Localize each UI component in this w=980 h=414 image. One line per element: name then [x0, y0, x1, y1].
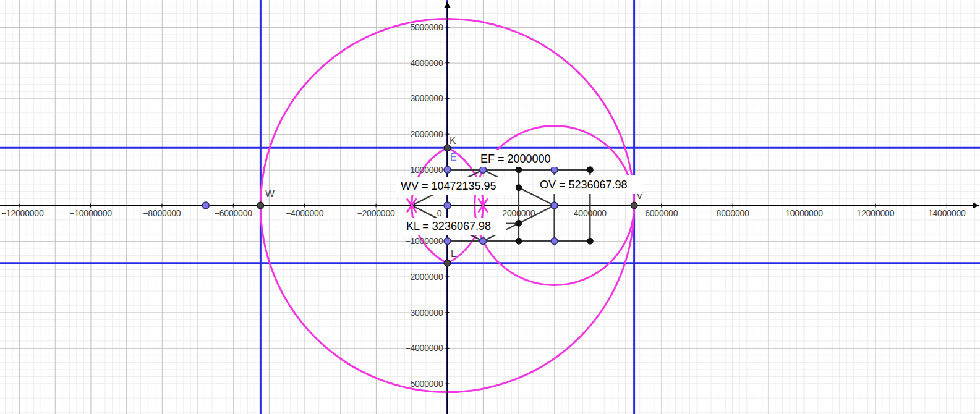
point-1-neg1[interactable] [480, 238, 487, 245]
y-axis-tick-label: −1000000 [405, 236, 443, 246]
point-1-1[interactable] [480, 166, 487, 173]
label-EF-value[interactable]: EF = 2000000 [476, 150, 563, 167]
x-axis-tick-label: 0 [437, 208, 442, 218]
y-axis-tick-label: −4000000 [405, 343, 443, 353]
x-axis-tick-label: −6000000 [215, 208, 252, 218]
x-axis-tick-label: 6000000 [645, 208, 678, 218]
y-axis-tick-label: −3000000 [405, 308, 443, 318]
x-axis-tick-label: −8000000 [143, 208, 181, 218]
point-origin-O[interactable] [444, 202, 451, 209]
x-axis-arrow-icon [973, 203, 979, 209]
point-F[interactable] [516, 167, 522, 173]
point-mid-lower[interactable] [516, 220, 522, 226]
graphics-view: K E L W V EF = 2000000 WV = 10472135.95 … [0, 0, 980, 414]
point-3-0[interactable] [551, 202, 558, 209]
x-axis-tick-label: −2000000 [357, 208, 395, 218]
label-WV-value[interactable]: WV = 10472135.95 [396, 177, 516, 195]
label-E[interactable]: E [450, 152, 457, 163]
y-axis-tick-label: 3000000 [410, 93, 443, 103]
point-L[interactable] [444, 260, 450, 266]
point-3-neg1[interactable] [551, 238, 558, 245]
x-axis-tick-label: 2000000 [502, 208, 535, 218]
construction-canvas [0, 0, 980, 414]
y-axis-tick-label: 5000000 [410, 22, 443, 32]
label-K[interactable]: K [450, 135, 456, 146]
label-L[interactable]: L [451, 248, 456, 260]
point-4-1[interactable] [587, 167, 593, 173]
y-axis-tick-label: 4000000 [410, 58, 443, 68]
point-mid-upper[interactable] [516, 185, 522, 191]
point-far-left[interactable] [202, 202, 209, 209]
y-axis-tick-label: 1000000 [410, 165, 443, 175]
x-axis-tick-label: 10000000 [785, 208, 823, 218]
x-axis-tick-label: 8000000 [717, 208, 749, 218]
x-axis-tick-label: 12000000 [857, 208, 895, 218]
y-axis-tick-label: −5000000 [405, 379, 443, 389]
x-axis-tick-label: 14000000 [928, 208, 966, 218]
y-axis-arrow-icon [445, 1, 451, 8]
y-axis-tick-label: 2000000 [410, 129, 443, 139]
point-2-neg1[interactable] [516, 238, 522, 244]
point-0-neg1[interactable] [444, 238, 451, 245]
label-KL-value[interactable]: KL = 3236067.98 [402, 218, 506, 235]
x-axis-tick-label: 4000000 [574, 208, 607, 218]
y-axis-tick-label: −2000000 [405, 272, 443, 282]
label-OV-value[interactable]: OV = 5236067.98 [535, 175, 642, 194]
point-3-1[interactable] [551, 166, 558, 173]
point-W[interactable] [257, 202, 263, 208]
point-E[interactable] [444, 166, 451, 173]
x-axis-tick-label: −10000000 [69, 208, 112, 218]
x-axis-tick-label: −4000000 [286, 208, 323, 218]
label-W[interactable]: W [265, 188, 275, 200]
point-V[interactable] [631, 202, 637, 208]
x-axis-tick-label: −12000000 [1, 208, 44, 218]
point-4-neg1[interactable] [587, 238, 593, 244]
